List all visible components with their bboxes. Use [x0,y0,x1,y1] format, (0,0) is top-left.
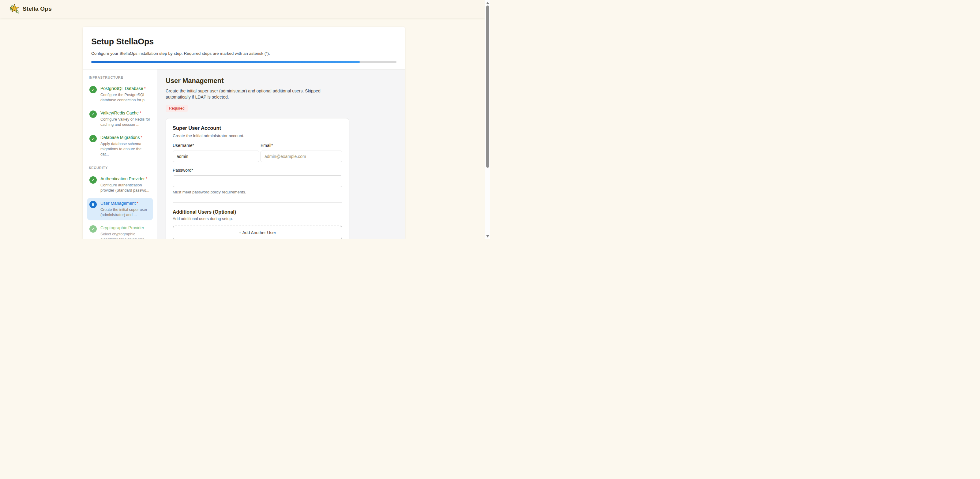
wizard-title: Setup StellaOps [91,37,396,46]
required-asterisk: * [144,86,146,91]
card-title: Super User Account [173,125,342,131]
required-asterisk: * [137,201,138,206]
required-asterisk: * [146,176,147,181]
check-icon: ✓ [89,135,97,142]
scrollbar-down-arrow-icon[interactable] [486,235,489,237]
check-icon: ✓ [89,110,97,118]
step-content: User Management Create the initial super… [157,70,405,239]
check-icon: ✓ [89,176,97,184]
username-label: Username* [173,143,259,148]
step-description: Apply database schema migrations to ensu… [100,142,151,157]
password-label: Password* [173,168,342,173]
password-help-text: Must meet password policy requirements. [173,190,342,194]
progress-fill [91,61,360,63]
page-description: Create the initial super user (administr… [165,88,332,100]
setup-wizard-panel: Setup StellaOps Configure your StellaOps… [83,27,405,239]
card-subtitle: Create the initial administrator account… [173,134,342,138]
section-label-security: SECURITY [87,166,153,170]
step-title: Database Migrations [100,135,140,140]
password-field[interactable] [173,175,342,187]
sidebar-item-valkey-redis-cache[interactable]: ✓ Valkey/Redis Cache* Configure Valkey o… [87,107,153,130]
sidebar-item-user-management[interactable]: 5 User Management* Create the initial su… [87,198,153,220]
scrollbar-up-arrow-icon[interactable] [486,2,489,4]
step-title: Authentication Provider [100,176,145,181]
wizard-header: Setup StellaOps Configure your StellaOps… [83,27,405,70]
scrollbar-thumb[interactable] [486,5,489,168]
sidebar-item-cryptographic-provider[interactable]: ✓ Cryptographic Provider Select cryptogr… [87,222,153,239]
step-description: Create the initial super user (administr… [100,207,151,218]
super-user-account-card: Super User Account Create the initial ad… [165,118,349,239]
wizard-subtitle: Configure your StellaOps installation st… [91,51,396,56]
setup-progress-bar [91,61,396,63]
stella-ops-logo-icon [9,4,20,14]
app-bar: Stella Ops [0,0,485,18]
required-asterisk: * [140,110,141,115]
additional-users-title: Additional Users (Optional) [173,209,342,215]
step-description: Select cryptographic algorithms for sign… [100,232,151,239]
step-title: PostgreSQL Database [100,86,143,91]
page-title: User Management [165,77,396,85]
card-divider [173,202,342,203]
additional-users-subtitle: Add additional users during setup. [173,216,342,221]
sidebar-item-database-migrations[interactable]: ✓ Database Migrations* Apply database sc… [87,132,153,160]
step-description: Configure the PostgreSQL database connec… [100,92,151,103]
username-field[interactable] [173,151,259,162]
add-another-user-button[interactable]: + Add Another User [173,226,342,239]
check-icon: ✓ [89,225,97,232]
email-field[interactable] [261,151,342,162]
brand-name: Stella Ops [23,5,52,12]
step-description: Configure Valkey or Redis for caching an… [100,117,151,127]
step-description: Configure authentication provider (Stand… [100,183,151,193]
required-badge: Required [165,105,188,112]
sidebar-item-postgresql-database[interactable]: ✓ PostgreSQL Database* Configure the Pos… [87,83,153,106]
steps-sidebar: INFRASTRUCTURE ✓ PostgreSQL Database* Co… [83,70,157,239]
email-label: Email* [261,143,342,148]
step-number-badge: 5 [89,201,97,208]
section-label-infrastructure: INFRASTRUCTURE [87,76,153,79]
step-title: Valkey/Redis Cache [100,110,139,115]
required-asterisk: * [140,135,142,140]
window-scrollbar[interactable] [485,0,490,239]
check-icon: ✓ [89,86,97,93]
sidebar-item-authentication-provider[interactable]: ✓ Authentication Provider* Configure aut… [87,173,153,196]
step-title: User Management [100,201,136,206]
step-title: Cryptographic Provider [100,225,144,230]
